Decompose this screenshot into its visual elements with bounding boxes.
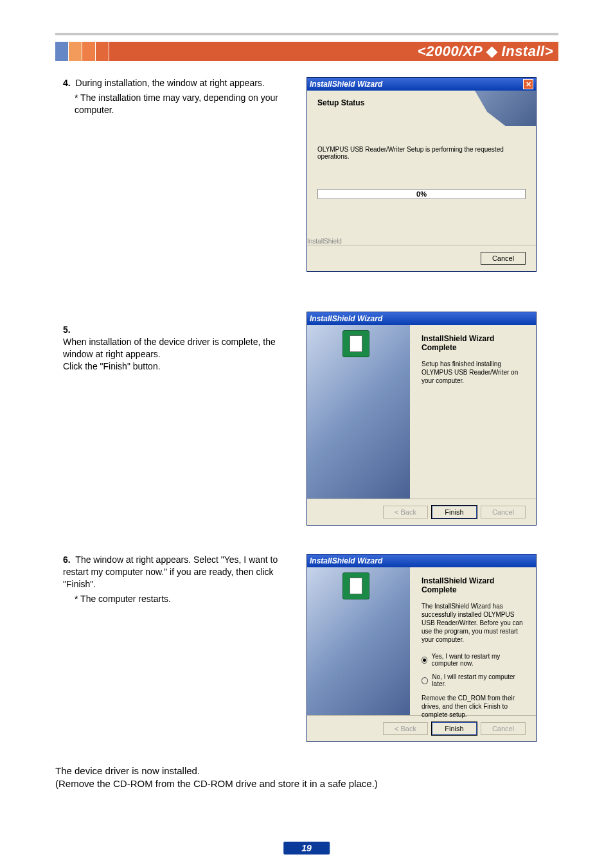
graphic-icon [475, 91, 536, 126]
installer-window-complete: InstallShield Wizard InstallShield Wizar… [306, 312, 537, 526]
step-6: 6. The window at right appears. Select "… [63, 554, 301, 605]
step-4: 4. During installation, the window at ri… [63, 77, 301, 116]
step-body: During installation, the window at right… [76, 78, 265, 88]
progress-bar: 0% [317, 189, 526, 199]
complete-heading: InstallShield Wizard Complete [422, 334, 524, 352]
installer-icon [342, 572, 369, 599]
right-pane: InstallShield Wizard Complete Setup has … [410, 325, 536, 499]
top-divider [55, 33, 558, 35]
complete-message: Setup has finished installing OLYMPUS US… [422, 360, 524, 385]
button-row: < Back Finish Cancel [307, 715, 536, 741]
step-note: * The installation time may vary, depend… [75, 92, 301, 116]
radio-icon[interactable] [422, 677, 428, 684]
finish-button[interactable]: Finish [432, 722, 477, 735]
close-icon[interactable]: ✕ [523, 79, 533, 89]
page-header: <2000/XP ◆ Install> [55, 42, 558, 61]
header-ornament [55, 42, 122, 61]
window-title: InstallShield Wizard [310, 80, 382, 89]
progress-value: 0% [416, 190, 427, 198]
window-body: InstallShield Wizard Complete Setup has … [307, 325, 536, 499]
window-body: InstallShield Wizard Complete The Instal… [307, 567, 536, 715]
header-box [69, 42, 82, 61]
step-text: 6. The window at right appears. Select "… [63, 554, 301, 590]
step-number: 6. [63, 554, 71, 565]
header-box [82, 42, 95, 61]
conclusion: The device driver is now installed. (Rem… [55, 765, 441, 791]
step-text: 4. During installation, the window at ri… [63, 77, 301, 89]
window-body: Setup Status OLYMPUS USB Reader/Writer S… [307, 91, 536, 245]
complete-heading: InstallShield Wizard Complete [422, 576, 524, 594]
header-suffix: Install> [502, 43, 553, 60]
installer-window-progress: InstallShield Wizard ✕ Setup Status OLYM… [306, 77, 537, 272]
radio-label: Yes, I want to restart my computer now. [431, 653, 524, 667]
header-prefix: <2000/XP [418, 43, 483, 60]
radio-icon[interactable] [422, 657, 427, 664]
install-shield-tag: InstallShield [307, 238, 526, 245]
step-body: The window at right appears. Select "Yes… [63, 554, 278, 589]
step-5: 5. When installation of the device drive… [63, 312, 301, 372]
radio-label: No, I will restart my computer later. [432, 673, 524, 687]
back-button: < Back [383, 722, 428, 735]
header-box [96, 42, 109, 61]
back-button: < Back [383, 506, 428, 518]
titlebar: InstallShield Wizard ✕ [307, 78, 536, 91]
header-box [55, 42, 68, 61]
setup-message: OLYMPUS USB Reader/Writer Setup is perfo… [317, 146, 526, 160]
cancel-button: Cancel [481, 722, 526, 735]
conclusion-line-2: (Remove the CD-ROM from the CD-ROM drive… [55, 777, 441, 790]
page-number: 19 [283, 842, 330, 855]
restart-note: Remove the CD_ROM from their drives, and… [422, 694, 524, 719]
installer-icon [342, 330, 369, 357]
cancel-button[interactable]: Cancel [481, 252, 526, 265]
button-row: Cancel [307, 245, 536, 271]
page-title: <2000/XP ◆ Install> [122, 42, 558, 61]
titlebar: InstallShield Wizard [307, 312, 536, 325]
cancel-button: Cancel [481, 506, 526, 518]
installer-window-restart: InstallShield Wizard InstallShield Wizar… [306, 554, 537, 742]
header-box [109, 42, 122, 61]
side-graphic [307, 567, 410, 715]
button-row: < Back Finish Cancel [307, 499, 536, 525]
finish-button[interactable]: Finish [432, 506, 477, 518]
step-note: * The computer restarts. [75, 593, 301, 605]
side-graphic [307, 325, 410, 499]
right-pane: InstallShield Wizard Complete The Instal… [410, 567, 536, 715]
radio-restart-now[interactable]: Yes, I want to restart my computer now. [422, 653, 524, 667]
step-number: 4. [63, 78, 71, 88]
window-title: InstallShield Wizard [310, 314, 382, 323]
step-number: 5. [63, 324, 71, 335]
titlebar: InstallShield Wizard [307, 554, 536, 567]
step-body: When installation of the device driver i… [63, 337, 276, 371]
conclusion-line-1: The device driver is now installed. [55, 765, 441, 777]
window-title: InstallShield Wizard [310, 556, 382, 565]
radio-restart-later[interactable]: No, I will restart my computer later. [422, 673, 524, 687]
complete-message: The InstallShield Wizard has successfull… [422, 602, 524, 644]
diamond-icon: ◆ [486, 43, 498, 60]
